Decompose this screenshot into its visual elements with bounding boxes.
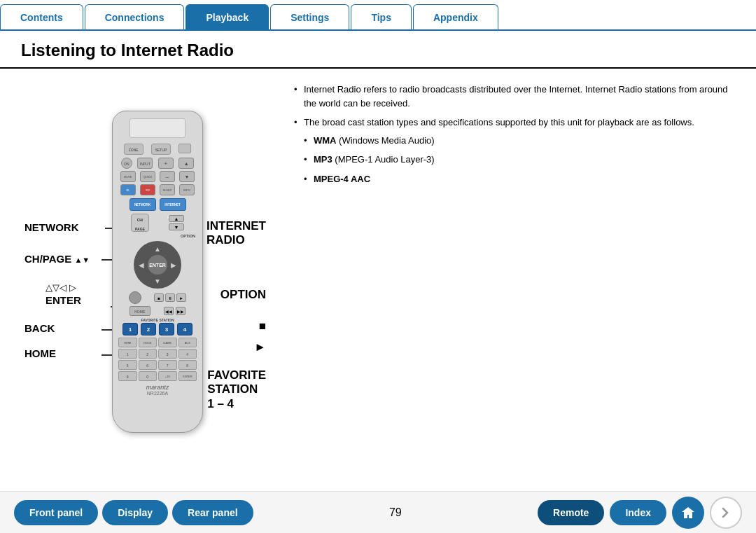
remote-btn-ch-dn2: ▼ xyxy=(169,223,184,230)
remote-btn-fwd: ▶▶ xyxy=(176,307,186,315)
remote-row3: BL RD SLEEP INFO xyxy=(113,184,202,195)
remote-btn-pause: ⏸ xyxy=(165,293,175,302)
tab-tips[interactable]: Tips xyxy=(351,4,412,29)
remote-btn-input: INPUT xyxy=(137,158,153,169)
main-content: NETWORK CH/PAGE ▲▼ △▽◁ ▷ ENTER BACK HOME… xyxy=(0,69,756,475)
remote-screen xyxy=(130,118,186,138)
remote-btn-vol-dn: – xyxy=(160,171,175,182)
grid-9: 9 xyxy=(118,371,137,381)
tab-connections[interactable]: Connections xyxy=(85,4,185,29)
remote-dpad: ▲ ▼ ◀ ▶ ENTER xyxy=(113,241,202,289)
remote-btn-internet-radio: INTERNETRADIO xyxy=(160,198,186,211)
remote-btn-info: INFO xyxy=(179,184,195,195)
grid-2: 2 xyxy=(139,349,158,359)
bottom-bar: Front panel Display Rear panel 79 Remote… xyxy=(0,491,756,533)
remote-fav-1: 1 xyxy=(122,323,138,335)
grid-hdmi: HDMI xyxy=(118,338,137,347)
info-list: Internet Radio refers to radio broadcast… xyxy=(294,83,728,186)
info-sub-wma: WMA (Windows Media Audio) xyxy=(304,134,728,148)
bottom-left-buttons: Front panel Display Rear panel xyxy=(14,500,253,525)
remote-btn-stop: ■ xyxy=(154,293,164,302)
home-icon-button[interactable] xyxy=(672,497,704,529)
remote-model: NR2226A xyxy=(113,391,202,396)
chpage-row: CH/PAGE ▲ ▼ xyxy=(113,214,202,232)
grid-enter2: ENTER xyxy=(178,371,197,381)
dpad-left: ◀ xyxy=(135,258,148,271)
option-label-small: OPTION xyxy=(113,234,202,238)
grid-0: 0 xyxy=(139,371,158,381)
home-icon xyxy=(680,505,696,520)
label-chpage: CH/PAGE ▲▼ xyxy=(24,253,90,265)
grid-8: 8 xyxy=(178,360,197,370)
rear-panel-button[interactable]: Rear panel xyxy=(172,500,253,525)
grid-10: +10 xyxy=(158,371,177,381)
remote-button[interactable]: Remote xyxy=(538,500,604,525)
remote-fav-3: 3 xyxy=(159,323,174,335)
remote-btn-network: NETWORK xyxy=(130,198,156,211)
remote-row1: ON INPUT + ▲ xyxy=(113,158,202,169)
next-arrow-button[interactable] xyxy=(710,497,742,529)
info-sub-aac: MPEG-4 AAC xyxy=(304,172,728,186)
back-home-row: ■ ⏸ ► xyxy=(113,291,202,304)
remote-control: ZONE SETUP ON INPUT + ▲ MUTE QUICK – xyxy=(112,111,203,433)
tab-settings[interactable]: Settings xyxy=(270,4,349,29)
display-button[interactable]: Display xyxy=(102,500,168,525)
remote-row2: MUTE QUICK – ▼ xyxy=(113,171,202,182)
arrow-right-icon xyxy=(720,506,732,519)
bottom-right-buttons: Remote Index xyxy=(538,497,742,529)
remote-btn-ch-up2: ▲ xyxy=(169,215,184,222)
label-stop: ■ xyxy=(259,319,266,333)
remote-btn-bl: BL xyxy=(120,184,136,195)
remote-btn-chpage: CH/PAGE xyxy=(131,214,149,232)
remote-btn-home: HOME xyxy=(130,306,150,316)
remote-btn-rd: RD xyxy=(140,184,155,195)
remote-btn-play2: ► xyxy=(176,293,186,302)
remote-btn-mute: MUTE xyxy=(120,171,136,182)
remote-wrapper: NETWORK CH/PAGE ▲▼ △▽◁ ▷ ENTER BACK HOME… xyxy=(21,104,273,454)
info-bullet-1: Internet Radio refers to radio broadcast… xyxy=(294,83,728,110)
grid-3: 3 xyxy=(158,349,177,359)
tab-playback[interactable]: Playback xyxy=(186,4,269,29)
remote-fav-2: 2 xyxy=(141,323,156,335)
index-button[interactable]: Index xyxy=(610,500,666,525)
grid-5: 5 xyxy=(118,360,137,370)
info-bullet-2: The broad cast station types and specifi… xyxy=(294,116,728,186)
remote-btn-ch-up: ▲ xyxy=(178,158,194,169)
info-area: Internet Radio refers to radio broadcast… xyxy=(280,69,742,475)
remote-btn-sleep: SLEEP xyxy=(160,184,175,195)
grid-dock: DOCK xyxy=(139,338,158,347)
dpad-up: ▲ xyxy=(151,242,164,255)
remote-grid: HDMI DOCK GAME AUX 1 2 3 4 5 6 7 8 9 0 xyxy=(113,338,202,381)
remote-fav-4: 4 xyxy=(177,323,192,335)
special-buttons-row: NETWORK INTERNETRADIO xyxy=(113,198,202,211)
remote-btn-vol-up: + xyxy=(158,158,174,169)
front-panel-button[interactable]: Front panel xyxy=(14,500,98,525)
label-play: ► xyxy=(254,340,266,354)
dpad-right: ▶ xyxy=(167,258,180,271)
label-favorite: FAVORITE STATION 1 – 4 xyxy=(207,368,266,411)
label-nav-arrows: △▽◁ ▷ xyxy=(46,282,76,293)
grid-aux: AUX xyxy=(178,338,197,347)
remote-body: ZONE SETUP ON INPUT + ▲ MUTE QUICK – xyxy=(112,111,203,433)
remote-btn-rwd: ◀◀ xyxy=(164,307,174,315)
label-network: NETWORK xyxy=(24,221,79,233)
dpad-enter: ENTER xyxy=(148,255,167,275)
remote-btn-back xyxy=(129,291,141,304)
remote-btn-tiny1 xyxy=(178,144,191,153)
grid-6: 6 xyxy=(139,360,158,370)
remote-btn-setup: SETUP xyxy=(151,144,171,155)
dpad-outer: ▲ ▼ ◀ ▶ ENTER xyxy=(134,241,181,289)
remote-area: NETWORK CH/PAGE ▲▼ △▽◁ ▷ ENTER BACK HOME… xyxy=(14,69,280,475)
remote-btn-zone: ZONE xyxy=(124,144,144,155)
page-number: 79 xyxy=(389,506,402,519)
tab-contents[interactable]: Contents xyxy=(0,4,83,29)
label-option: OPTION xyxy=(220,288,266,302)
page-title: Listening to Internet Radio xyxy=(21,41,735,60)
grid-1: 1 xyxy=(118,349,137,359)
info-sub-mp3: MP3 (MPEG-1 Audio Layer-3) xyxy=(304,153,728,167)
tab-appendix[interactable]: Appendix xyxy=(413,4,498,29)
grid-game: GAME xyxy=(158,338,177,347)
label-home: HOME xyxy=(24,347,56,359)
top-navigation: Contents Connections Playback Settings T… xyxy=(0,0,756,31)
label-internet-radio: INTERNET RADIO xyxy=(206,219,266,248)
